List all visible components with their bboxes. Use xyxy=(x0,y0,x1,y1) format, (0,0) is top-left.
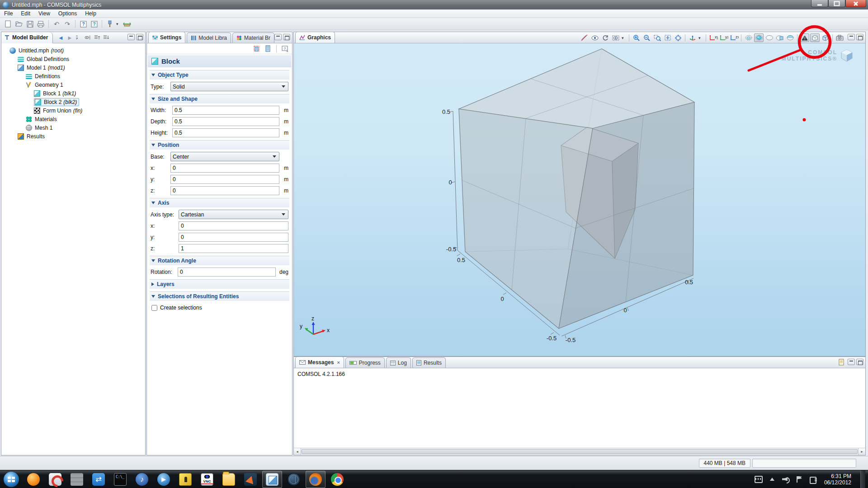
maximize-button[interactable] xyxy=(828,0,845,7)
zoom-out-icon[interactable] xyxy=(642,33,651,42)
tab-graphics[interactable]: Graphics xyxy=(295,32,335,43)
menu-file[interactable]: File xyxy=(0,9,17,18)
tree-item-block1[interactable]: Block 1(blk1) xyxy=(3,89,143,98)
build-all-icon[interactable] xyxy=(263,44,272,53)
graphics-canvas[interactable]: 0.5 0 -0.5 0.5 0 -0.5 -0.5 0 0.5 xyxy=(294,43,865,356)
panel-maximize-icon[interactable] xyxy=(856,359,863,365)
build-selected-icon[interactable] xyxy=(252,44,261,53)
tree-item-form-union[interactable]: Form Union(fin) xyxy=(3,106,143,115)
scrollbar-thumb[interactable] xyxy=(302,449,858,454)
position-x-field[interactable] xyxy=(170,164,279,173)
position-z-field[interactable] xyxy=(170,186,279,195)
position-y-field[interactable] xyxy=(170,175,279,184)
panel-minimize-icon[interactable] xyxy=(848,359,855,365)
minimize-button[interactable] xyxy=(811,0,828,7)
show-icon[interactable] xyxy=(590,33,599,42)
axis-z-field[interactable] xyxy=(179,244,288,253)
taskbar-vnc[interactable] xyxy=(197,471,217,488)
tree-item-root[interactable]: Untitled.mph(root) xyxy=(3,46,143,55)
keyboard-icon[interactable] xyxy=(755,476,763,483)
zoom-extents-icon[interactable] xyxy=(673,33,683,42)
tree-item-results[interactable]: Results xyxy=(3,132,143,141)
settings-help-icon[interactable]: ? xyxy=(281,44,290,53)
move-up-icon[interactable] xyxy=(93,33,101,42)
close-messages-tab-icon[interactable]: × xyxy=(337,360,340,365)
collapse-all-icon[interactable] xyxy=(75,33,83,42)
open-file-icon[interactable] xyxy=(14,19,24,29)
messages-horizontal-scrollbar[interactable]: ◂ ▸ xyxy=(294,448,865,455)
print-icon[interactable] xyxy=(36,19,46,29)
language-flag-icon[interactable] xyxy=(795,476,803,483)
rotation-field[interactable] xyxy=(178,267,276,277)
section-axis-header[interactable]: Axis xyxy=(150,198,289,207)
save-icon[interactable] xyxy=(25,19,35,29)
clock[interactable]: 6:31 PM 06/12/2012 xyxy=(824,473,851,486)
undo-icon[interactable]: ↶ xyxy=(52,19,61,29)
tree-item-model1[interactable]: Model 1(mod1) xyxy=(3,63,143,72)
menu-edit[interactable]: Edit xyxy=(17,9,34,18)
tree-item-materials[interactable]: Materials xyxy=(3,115,143,123)
back-icon[interactable]: ◀ xyxy=(57,33,65,42)
panel-minimize-icon[interactable] xyxy=(274,34,282,40)
height-field[interactable] xyxy=(172,128,279,137)
taskbar-bricks-game[interactable] xyxy=(67,471,87,488)
section-object-type-header[interactable]: Object Type xyxy=(150,70,289,80)
material-appearance-caret-icon[interactable]: ▾ xyxy=(116,19,121,29)
image-snapshot-icon[interactable] xyxy=(835,33,844,42)
view-menu-caret-icon[interactable]: ▾ xyxy=(621,33,627,42)
taskbar-teamviewer[interactable] xyxy=(89,471,108,488)
show-options-icon[interactable] xyxy=(84,33,92,42)
section-selections-header[interactable]: Selections of Resulting Entities xyxy=(150,291,289,301)
volume-icon[interactable] xyxy=(782,476,790,483)
show-hidden-icons[interactable] xyxy=(768,476,776,483)
object-type-select[interactable]: Solid xyxy=(170,82,288,91)
create-selections-checkbox[interactable] xyxy=(151,305,157,311)
scroll-left-icon[interactable]: ◂ xyxy=(294,448,301,455)
tab-model-library[interactable]: Model Libra xyxy=(187,33,231,43)
start-button[interactable] xyxy=(4,472,19,487)
go-to-xy-view-icon[interactable]: xy xyxy=(708,33,718,42)
go-to-zx-view-icon[interactable]: zx xyxy=(729,33,739,42)
taskbar-ccleaner[interactable] xyxy=(45,471,65,488)
conceal-icon[interactable] xyxy=(580,33,589,42)
tab-progress[interactable]: Progress xyxy=(345,357,385,368)
select-box-icon[interactable] xyxy=(775,33,784,42)
tab-material-browser[interactable]: Material Br xyxy=(232,33,274,43)
transparency-icon[interactable] xyxy=(810,33,820,42)
axis-x-field[interactable] xyxy=(179,221,288,230)
axis-y-field[interactable] xyxy=(179,233,288,242)
taskbar-matlab[interactable] xyxy=(241,471,260,488)
new-file-icon[interactable] xyxy=(3,19,13,29)
tab-settings[interactable]: Settings xyxy=(148,32,185,43)
redo-icon[interactable]: ↷ xyxy=(62,19,72,29)
base-select[interactable]: Center xyxy=(170,152,279,161)
tree-item-block2[interactable]: Block 2(blk2) xyxy=(3,98,143,106)
tree-item-mesh1[interactable]: Mesh 1 xyxy=(3,123,143,132)
select-sphere-dashed-icon[interactable] xyxy=(744,33,753,42)
panel-maximize-icon[interactable] xyxy=(856,34,863,40)
taskbar-firefox[interactable] xyxy=(306,471,326,488)
menu-view[interactable]: View xyxy=(34,9,54,18)
scroll-right-icon[interactable]: ▸ xyxy=(858,448,865,455)
taskbar-file-explorer[interactable] xyxy=(219,471,239,488)
taskbar-media-player[interactable] xyxy=(154,471,174,488)
width-field[interactable] xyxy=(172,106,279,115)
select-sphere-icon[interactable] xyxy=(764,33,774,42)
material-appearance-icon[interactable] xyxy=(105,19,115,29)
tree-item-global-definitions[interactable]: Global Definitions xyxy=(3,55,143,63)
taskbar-comsol[interactable] xyxy=(262,471,282,488)
go-to-yz-view-icon[interactable]: yz xyxy=(719,33,728,42)
forward-icon[interactable]: ▶ xyxy=(66,33,74,42)
show-desktop-button[interactable] xyxy=(860,470,865,488)
help-icon[interactable]: ? xyxy=(78,19,88,29)
power-plug-icon[interactable] xyxy=(809,476,817,483)
panel-maximize-icon[interactable] xyxy=(136,34,143,40)
tree-item-definitions[interactable]: Definitions xyxy=(3,72,143,80)
tab-messages[interactable]: Messages × xyxy=(295,357,344,368)
zoom-selected-icon[interactable] xyxy=(663,33,672,42)
select-half-sphere-icon[interactable] xyxy=(785,33,795,42)
tree-item-geometry1[interactable]: Geometry 1 xyxy=(3,80,143,89)
taskbar-avast[interactable] xyxy=(24,471,43,488)
panel-maximize-icon[interactable] xyxy=(283,34,290,40)
taskbar-keepass[interactable] xyxy=(175,471,195,488)
